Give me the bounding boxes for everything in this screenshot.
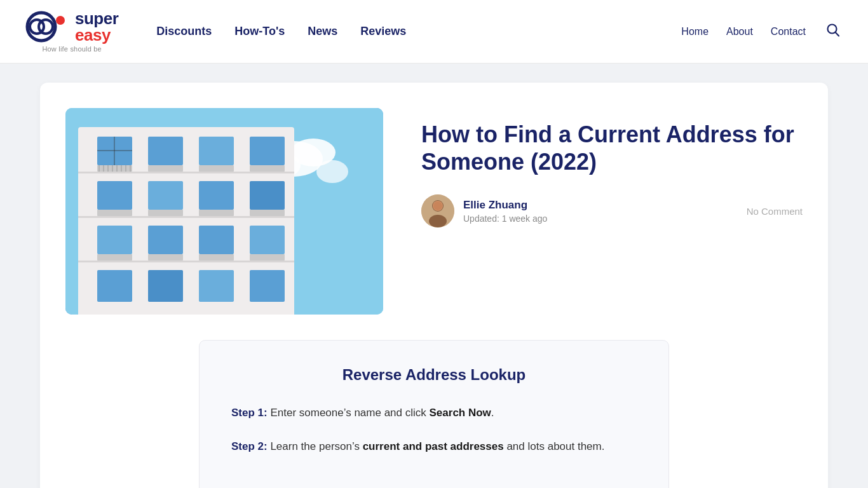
logo-super-text: super [75, 10, 118, 27]
nav-item-reviews[interactable]: Reviews [360, 25, 406, 38]
svg-rect-17 [199, 137, 234, 165]
step2-bold: current and past addresses [363, 440, 504, 452]
svg-rect-40 [148, 254, 183, 261]
search-icon [826, 23, 840, 37]
svg-point-10 [316, 160, 348, 183]
section-title: Reverse Address Lookup [231, 366, 637, 384]
svg-rect-35 [97, 210, 132, 216]
step1-text: Enter someone’s name and click [268, 407, 430, 419]
content-section: Reverse Address Lookup Step 1: Enter som… [199, 340, 669, 488]
article-image [65, 108, 383, 315]
svg-rect-12 [78, 172, 294, 173]
svg-rect-27 [97, 270, 132, 302]
step2-paragraph: Step 2: Learn the person’s current and p… [231, 438, 637, 456]
svg-rect-18 [250, 137, 285, 165]
svg-rect-32 [148, 165, 183, 172]
article-top: How to Find a Current Address for Someon… [65, 108, 803, 315]
svg-rect-38 [250, 210, 285, 216]
svg-rect-29 [199, 270, 234, 302]
logo-tagline: How life should be [42, 45, 102, 53]
svg-rect-30 [250, 270, 285, 302]
author-updated: Updated: 1 week ago [463, 214, 547, 224]
svg-rect-16 [148, 137, 183, 165]
site-header: super easy How life should be Discounts … [0, 0, 868, 64]
nav-item-howtos[interactable]: How-To's [234, 25, 285, 38]
page-wrapper: How to Find a Current Address for Someon… [21, 83, 847, 488]
main-navigation: Discounts How-To's News Reviews [156, 25, 681, 38]
svg-rect-39 [97, 254, 132, 261]
svg-rect-21 [199, 181, 234, 210]
svg-rect-22 [250, 181, 285, 210]
search-button[interactable] [824, 20, 843, 43]
svg-point-2 [39, 20, 53, 34]
svg-rect-19 [97, 181, 132, 210]
author-name: Ellie Zhuang [463, 199, 547, 212]
site-logo[interactable]: super easy How life should be [25, 10, 118, 53]
svg-rect-42 [250, 254, 285, 261]
svg-rect-13 [78, 216, 294, 218]
svg-point-57 [433, 201, 442, 210]
step2-label: Step 2: [231, 440, 268, 452]
svg-rect-37 [199, 210, 234, 216]
step1-label: Step 1: [231, 407, 268, 419]
svg-rect-41 [199, 254, 234, 261]
svg-rect-28 [148, 270, 183, 302]
svg-rect-23 [97, 226, 132, 254]
nav-item-news[interactable]: News [308, 25, 337, 38]
logo-easy-text: easy [75, 27, 118, 43]
article-card: How to Find a Current Address for Someon… [40, 83, 828, 488]
svg-line-5 [836, 32, 839, 36]
svg-rect-20 [148, 181, 183, 210]
no-comment-label: No Comment [747, 206, 803, 217]
svg-rect-26 [250, 226, 285, 254]
article-meta: How to Find a Current Address for Someon… [421, 108, 803, 227]
right-navigation: Home About Contact [681, 20, 843, 43]
step2-text2: and lots about them. [504, 440, 605, 452]
logo-icon [25, 11, 70, 43]
nav-about[interactable]: About [726, 26, 753, 37]
svg-rect-31 [97, 165, 132, 172]
step1-paragraph: Step 1: Enter someone’s name and click S… [231, 404, 637, 423]
step2-text: Learn the person’s [268, 440, 363, 452]
svg-rect-34 [250, 165, 285, 172]
svg-point-3 [56, 16, 65, 25]
avatar [421, 194, 454, 227]
author-details: Ellie Zhuang Updated: 1 week ago [463, 199, 547, 224]
svg-rect-25 [199, 226, 234, 254]
step1-end: . [491, 407, 494, 419]
svg-point-55 [429, 215, 447, 227]
nav-home[interactable]: Home [681, 26, 709, 37]
step1-bold: Search Now [430, 407, 491, 419]
nav-contact[interactable]: Contact [771, 26, 806, 37]
svg-rect-14 [78, 261, 294, 262]
svg-rect-24 [148, 226, 183, 254]
article-title: How to Find a Current Address for Someon… [421, 121, 803, 175]
author-info: Ellie Zhuang Updated: 1 week ago [421, 194, 547, 227]
svg-point-0 [27, 13, 55, 41]
author-row: Ellie Zhuang Updated: 1 week ago No Comm… [421, 194, 803, 227]
svg-rect-36 [148, 210, 183, 216]
svg-rect-33 [199, 165, 234, 172]
nav-item-discounts[interactable]: Discounts [156, 25, 212, 38]
